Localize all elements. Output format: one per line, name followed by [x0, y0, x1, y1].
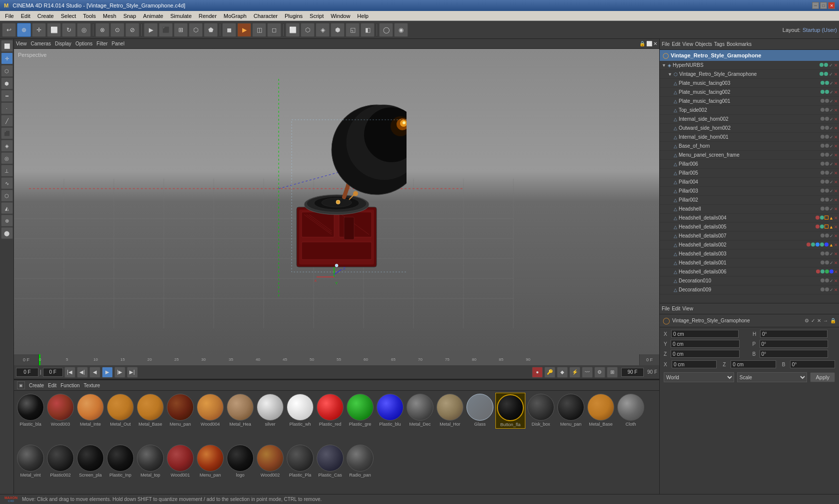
props-tb-edit[interactable]: Edit [672, 306, 680, 311]
transform-3[interactable]: ⊘ [125, 23, 139, 37]
menu-snap[interactable]: Snap [120, 12, 139, 20]
tree-hs-002[interactable]: △ Headshell_details002 ▲ ✕ [660, 241, 839, 250]
left-tool-point[interactable]: · [1, 102, 13, 114]
tree-internal-horn002[interactable]: △ Internal_side_horn002 ✓ ✕ [660, 115, 839, 124]
left-tool-poly[interactable]: ⬢ [1, 77, 13, 89]
tool-y2[interactable]: ◉ [394, 23, 408, 37]
mat-metal-vin[interactable]: Metal_vint [16, 444, 45, 479]
viewport[interactable]: X Y Z Perspective [14, 49, 659, 354]
menu-create[interactable]: Create [34, 12, 57, 20]
tree-pillar003[interactable]: △ Pillar003 ✓ ✕ [660, 187, 839, 196]
pb-next-key-btn[interactable]: |▶ [114, 367, 125, 378]
mat-menu-function[interactable]: Function [60, 383, 79, 388]
coord-input-z[interactable] [671, 350, 740, 358]
left-tool-sculpt[interactable]: ◭ [1, 202, 13, 214]
coord-input-x[interactable] [671, 330, 739, 338]
mat-logo[interactable]: logo [226, 444, 255, 479]
tree-hypernurbs[interactable]: ▼ ◈ HyperNURBS ✓ ✕ [660, 61, 839, 70]
scene-tb-edit[interactable]: Edit [672, 41, 680, 47]
mat-metal-out[interactable]: Metal_Out [106, 393, 135, 428]
menu-mesh[interactable]: Mesh [100, 12, 119, 20]
current-frame-input[interactable] [16, 368, 38, 377]
mat-screen-pla[interactable]: Screen_pla [76, 444, 105, 479]
left-tool-knife[interactable]: ╱ [1, 115, 13, 127]
mat-glass[interactable]: Glass [465, 393, 494, 428]
mat-metal-hea[interactable]: Metal_Hea [226, 393, 255, 428]
tree-pillar006[interactable]: △ Pillar006 ✓ ✕ [660, 160, 839, 169]
obj-tool-5[interactable]: ⬟ [204, 23, 218, 37]
props-icon-x[interactable]: ✕ [817, 318, 821, 323]
tree-pillar004[interactable]: △ Pillar004 ✓ ✕ [660, 178, 839, 187]
menu-help[interactable]: Help [354, 12, 372, 20]
vp-menu-options[interactable]: Options [75, 41, 92, 46]
pb-motion-btn[interactable]: 〰 [582, 367, 593, 378]
tree-hs-004[interactable]: △ Headshell_details004 ▲ ✕ [660, 214, 839, 223]
mat-plastic-red[interactable]: Plastic_red [316, 393, 345, 428]
obj-tool-1[interactable]: ▶ [144, 23, 158, 37]
menu-file[interactable]: File [2, 12, 17, 20]
mat-radio-pan[interactable]: Radio_pan [346, 444, 375, 479]
mat-metal-base2[interactable]: Metal_Base [586, 393, 615, 428]
mat-plastic-inp[interactable]: Plastic_Inp [106, 444, 135, 479]
menu-tools[interactable]: Tools [80, 12, 99, 20]
mat-menu-pan2[interactable]: Menu_pan [556, 393, 585, 428]
tree-hs-001[interactable]: △ Headshell_details001 ✓ ✕ [660, 258, 839, 267]
mat-plastic-blu[interactable]: Plastic_blu [376, 393, 405, 428]
pb-auto-key-btn[interactable]: 🔑 [544, 367, 555, 378]
mat-wood001[interactable]: Wood001 [166, 444, 195, 479]
tree-deco-010[interactable]: △ Decoration010 ✓ ✕ [660, 276, 839, 285]
tree-internal-horn001[interactable]: △ Internal_side_horn001 ✓ ✕ [660, 133, 839, 142]
tool-3[interactable]: ↻ [62, 23, 76, 37]
pb-options-btn[interactable]: ⚙ [594, 367, 605, 378]
tree-headshell[interactable]: △ Headshell ✓ ✕ [660, 205, 839, 214]
scene-tb-view[interactable]: View [682, 41, 693, 47]
tool-2[interactable]: ⬜ [47, 23, 61, 37]
left-tool-extrude[interactable]: ⬛ [1, 127, 13, 139]
coord-input-ex[interactable] [672, 360, 717, 368]
mat-menu-texture[interactable]: Texture [84, 383, 100, 388]
tool-x5[interactable]: ◱ [346, 23, 360, 37]
tree-pillar005[interactable]: △ Pillar005 ✓ ✕ [660, 169, 839, 178]
coord-input-ez[interactable] [731, 360, 776, 368]
left-tool-weight[interactable]: ⊕ [1, 215, 13, 227]
mat-cloth[interactable]: Cloth [616, 393, 645, 428]
left-tool-spline[interactable]: ∿ [1, 177, 13, 189]
menu-animate[interactable]: Animate [140, 12, 166, 20]
vp-menu-view[interactable]: View [16, 41, 27, 46]
menu-window[interactable]: Window [328, 12, 353, 20]
mat-metal-hor[interactable]: Metal_Hor [435, 393, 464, 428]
coord-input-eb[interactable] [790, 360, 835, 368]
tool-4[interactable]: ◎ [77, 23, 91, 37]
mat-plastic-cas[interactable]: Plastic_Cas [316, 444, 345, 479]
coord-input-b[interactable] [760, 350, 829, 358]
tool-y1[interactable]: ◯ [379, 23, 393, 37]
tool-x6[interactable]: ◧ [361, 23, 375, 37]
vp-menu-filter[interactable]: Filter [96, 41, 107, 46]
mat-wood004[interactable]: Wood004 [196, 393, 225, 428]
pb-prev-key-btn[interactable]: ◀| [77, 367, 88, 378]
menu-character[interactable]: Character [251, 12, 281, 20]
pb-key-btn[interactable]: ◆ [557, 367, 568, 378]
mat-wood002[interactable]: Wood002 [256, 444, 285, 479]
mat-plastic-wh[interactable]: Plastic_wh [286, 393, 315, 428]
tree-hs-005[interactable]: △ Headshell_details005 ▲ ✕ [660, 223, 839, 232]
menu-simulate[interactable]: Simulate [167, 12, 195, 20]
mat-menu-pan1[interactable]: Menu_pan [166, 393, 195, 428]
mat-plastic-gre[interactable]: Plastic_gre [346, 393, 375, 428]
tree-plate-001[interactable]: △ Plate_music_facing001 ✓ ✕ [660, 97, 839, 106]
menu-render[interactable]: Render [196, 12, 220, 20]
mat-disk-box[interactable]: Disk_box [526, 393, 555, 428]
left-tool-magnet[interactable]: ⊥ [1, 165, 13, 177]
mat-button-fla[interactable]: Button_fla [495, 393, 525, 429]
render-2[interactable]: ▶ [237, 23, 251, 37]
pb-grid-btn[interactable]: ⊞ [607, 367, 618, 378]
left-tool-select[interactable]: ⬡ [1, 65, 13, 77]
tree-plate-003[interactable]: △ Plate_music_facing003 ✓ ✕ [660, 79, 839, 88]
pb-animate-btn[interactable]: ⚡ [569, 367, 580, 378]
mat-wood003[interactable]: Wood003 [46, 393, 75, 428]
left-tool-terrain[interactable]: ⬤ [1, 227, 13, 239]
vp-menu-display[interactable]: Display [55, 41, 71, 46]
obj-tool-2[interactable]: ⬛ [159, 23, 173, 37]
left-tool-paint[interactable]: ⬡ [1, 190, 13, 202]
render-3[interactable]: ◫ [252, 23, 266, 37]
